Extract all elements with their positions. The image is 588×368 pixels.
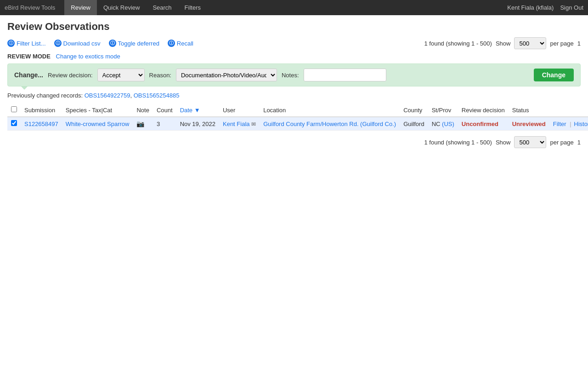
table-body: S122658497 White-crowned Sparrow 📷 3 Nov… xyxy=(7,117,588,131)
row-review-decision: Unconfirmed xyxy=(458,117,509,131)
header-date[interactable]: Date ▼ xyxy=(176,104,219,117)
nav-item-search[interactable]: Search xyxy=(146,0,178,15)
show-label: Show xyxy=(496,40,511,47)
toggle-deferred-button[interactable]: ⓘ Toggle deferred xyxy=(109,40,159,47)
nav-right: Kent Fiala (kfiala) Sign Out xyxy=(507,4,583,11)
per-page-label-top: per page xyxy=(550,40,573,47)
email-icon: ✉ xyxy=(251,121,256,127)
review-mode-bar: REVIEW MODE Change to exotics mode xyxy=(7,53,581,60)
toolbar-row: ⓘ Filter List... ⓘ Download csv ⓘ Toggle… xyxy=(7,37,581,49)
row-location: Guilford County Farm/Howerton Rd. (Guilf… xyxy=(260,117,400,131)
per-page-select-top[interactable]: 500 100 50 25 xyxy=(514,37,546,49)
header-county: County xyxy=(400,104,428,117)
per-page-select-bottom[interactable]: 500 100 50 25 xyxy=(514,136,546,148)
filter-action-link[interactable]: Filter xyxy=(553,121,566,127)
download-csv-button[interactable]: ⓘ Download csv xyxy=(54,40,101,47)
filter-icon: ⓘ xyxy=(7,40,15,47)
page-content: Review Observations ⓘ Filter List... ⓘ D… xyxy=(0,15,588,154)
review-decision-value: Unconfirmed xyxy=(462,121,498,127)
row-user: Kent Fiala ✉ xyxy=(219,117,260,131)
row-checkbox-cell xyxy=(7,117,21,131)
per-page-label-bottom: per page xyxy=(550,139,573,146)
row-checkbox[interactable] xyxy=(11,120,17,126)
prev-changed-link-2[interactable]: OBS1565254885 xyxy=(134,92,180,99)
table-row: S122658497 White-crowned Sparrow 📷 3 Nov… xyxy=(7,117,588,131)
row-state: NC (US) xyxy=(428,117,458,131)
notes-label: Notes: xyxy=(282,72,299,79)
header-actions xyxy=(549,104,588,117)
nav-user: Kent Fiala (kfiala) xyxy=(507,4,554,11)
page-title: Review Observations xyxy=(7,21,581,33)
recall-icon: ⓘ xyxy=(168,40,175,47)
row-note: 📷 xyxy=(133,117,153,131)
show-label-bottom: Show xyxy=(496,139,511,146)
nav-signout[interactable]: Sign Out xyxy=(560,4,583,11)
filter-list-button[interactable]: ⓘ Filter List... xyxy=(7,40,46,47)
nav-item-quick-review[interactable]: Quick Review xyxy=(97,0,146,15)
submission-link[interactable]: S122658497 xyxy=(24,121,58,127)
change-label: Change... xyxy=(14,71,43,79)
change-bar: Change... Review decision: Accept Reject… xyxy=(7,63,581,86)
toggle-icon: ⓘ xyxy=(109,40,116,47)
page-number-top: 1 xyxy=(577,40,581,47)
reason-select[interactable]: Documentation-Photo/Video/Audio No docum… xyxy=(176,69,277,81)
status-value: Unreviewed xyxy=(512,121,546,127)
navigation: eBird Review Tools Review Quick Review S… xyxy=(0,0,588,15)
change-button[interactable]: Change xyxy=(534,69,574,81)
recall-button[interactable]: ⓘ Recall xyxy=(168,40,193,47)
species-link[interactable]: White-crowned Sparrow xyxy=(66,121,130,127)
camera-icon: 📷 xyxy=(136,120,144,127)
nav-items: Review Quick Review Search Filters xyxy=(64,0,507,15)
prev-changed-bar: Previously changed records: OBS156492275… xyxy=(7,92,581,99)
header-count: Count xyxy=(153,104,176,117)
row-actions: Filter | History | ebird xyxy=(549,117,588,131)
top-count-row: 1 found (showing 1 - 500) Show 500 100 5… xyxy=(424,37,581,49)
user-link[interactable]: Kent Fiala xyxy=(223,121,250,127)
row-submission: S122658497 xyxy=(21,117,62,131)
header-user: User xyxy=(219,104,260,117)
reason-label: Reason: xyxy=(149,72,171,79)
header-submission: Submission xyxy=(21,104,62,117)
observations-table: Submission Species - Tax|Cat Note Count … xyxy=(7,104,588,131)
review-mode-label: REVIEW MODE xyxy=(7,53,51,60)
prev-changed-label: Previously changed records: xyxy=(7,92,83,99)
header-note: Note xyxy=(133,104,153,117)
found-text-bottom: 1 found (showing 1 - 500) xyxy=(424,139,492,146)
review-decision-select[interactable]: Accept Reject Unreviewed xyxy=(97,69,145,81)
header-select-all xyxy=(7,104,21,117)
nav-brand: eBird Review Tools xyxy=(5,4,55,11)
toolbar-actions: ⓘ Filter List... ⓘ Download csv ⓘ Toggle… xyxy=(7,40,193,47)
nav-item-filters[interactable]: Filters xyxy=(178,0,207,15)
select-all-checkbox[interactable] xyxy=(11,106,17,112)
header-location: Location xyxy=(260,104,400,117)
prev-changed-link-1[interactable]: OBS1564922759 xyxy=(85,92,130,99)
history-action-link[interactable]: History xyxy=(574,121,588,127)
header-state: St/Prov xyxy=(428,104,458,117)
found-text: 1 found (showing 1 - 500) xyxy=(424,40,492,47)
bottom-bar: 1 found (showing 1 - 500) Show 500 100 5… xyxy=(7,136,581,148)
page-number-bottom: 1 xyxy=(577,139,581,146)
row-date: Nov 19, 2022 xyxy=(176,117,219,131)
header-review-decision: Review decision xyxy=(458,104,509,117)
notes-input[interactable] xyxy=(304,69,386,81)
us-link[interactable]: (US) xyxy=(442,121,454,127)
header-status: Status xyxy=(509,104,549,117)
row-species: White-crowned Sparrow xyxy=(62,117,133,131)
header-species: Species - Tax|Cat xyxy=(62,104,133,117)
row-count: 3 xyxy=(153,117,176,131)
row-status: Unreviewed xyxy=(509,117,549,131)
download-icon: ⓘ xyxy=(54,40,62,47)
nav-item-review[interactable]: Review xyxy=(64,0,97,15)
review-decision-label: Review decision: xyxy=(48,72,93,79)
change-mode-link[interactable]: Change to exotics mode xyxy=(56,53,120,60)
location-link[interactable]: Guilford County Farm/Howerton Rd. (Guilf… xyxy=(263,121,396,127)
table-header: Submission Species - Tax|Cat Note Count … xyxy=(7,104,588,117)
row-county: Guilford xyxy=(400,117,428,131)
